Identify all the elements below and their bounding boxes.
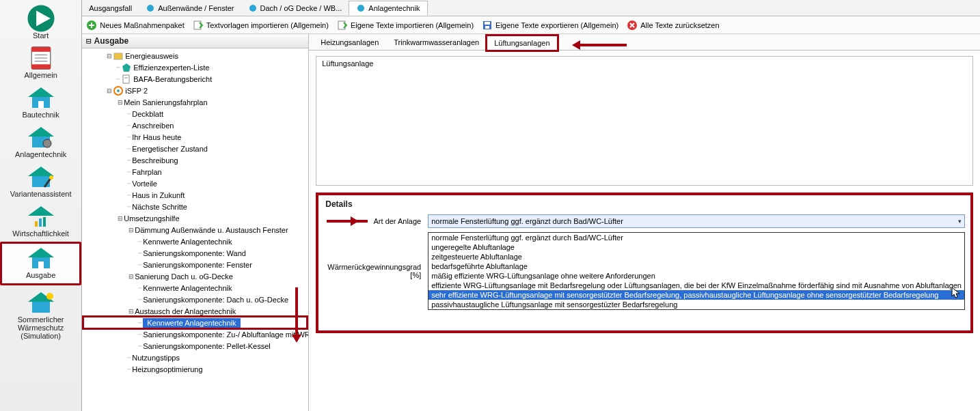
tree-node[interactable]: ┄Anschreiben [82, 119, 308, 131]
subtab-lueftung[interactable]: Lüftungsanlagen [487, 36, 557, 51]
tree-label: Nutzungstipps [132, 354, 180, 362]
btn-new-package[interactable]: Neues Maßnahmenpaket [86, 20, 185, 31]
btn-reset-all[interactable]: Alle Texte zurücksetzen [627, 20, 719, 31]
tab-aussenwaende[interactable]: Außenwände / Fenster [139, 1, 241, 15]
tree-node[interactable]: ┄Vorteile [82, 178, 308, 189]
twister-icon[interactable]: ⊟ [127, 273, 135, 280]
tree-node[interactable]: ┄Ihr Haus heute [82, 131, 308, 143]
svg-rect-10 [38, 101, 44, 108]
tree-body[interactable]: ⊟Energieausweis┄Effizienzexperten-Liste┄… [82, 48, 308, 411]
tree-node[interactable]: ┄Beschreibung [82, 154, 308, 166]
btn-label: Textvorlagen importieren (Allgemein) [206, 21, 329, 29]
combo-value: normale Fensterlüftung ggf. ergänzt durc… [431, 217, 623, 225]
folder-chart-icon [113, 51, 123, 61]
tree-label: Sanierungskomponente: Zu-/ Abluftanlage … [143, 330, 308, 339]
dropdown-option[interactable]: mäßig effiziente WRG-Lüftungsanlage ohne… [428, 271, 964, 281]
tree-node[interactable]: ┄Effizienzexperten-Liste [82, 61, 308, 73]
tab-dach[interactable]: Dach / oG Decke / WB... [241, 1, 349, 15]
btn-import-templates[interactable]: Textvorlagen importieren (Allgemein) [193, 20, 329, 31]
twister-icon[interactable]: ⊟ [116, 99, 124, 106]
nav-variantenassistent[interactable]: Variantenassistent [0, 162, 81, 202]
tree-node[interactable]: ⊟Energieausweis [82, 50, 308, 61]
tree-node[interactable]: ┄Deckblatt [82, 108, 308, 119]
subtab-label: Trinkwarmwasseranlagen [394, 38, 479, 46]
twister-icon[interactable]: ⊟ [127, 308, 135, 315]
btn-export-own[interactable]: Eigene Texte exportieren (Allgemein) [482, 20, 618, 31]
btn-import-own[interactable]: Eigene Texte importieren (Allgemein) [337, 20, 474, 31]
dropdown-option[interactable]: passivhaustaugliche Lüftungsanlage mit s… [428, 300, 964, 309]
house-bars-icon [25, 205, 57, 228]
tree-node[interactable]: ⊟Umsetzungshilfe [82, 212, 308, 224]
tree-connector: ┄ [138, 261, 143, 268]
tree-node[interactable]: ┄Sanierungskomponente: Dach u. oG-Decke [82, 294, 308, 305]
tree-node[interactable]: ┄Sanierungskomponente: Zu-/ Abluftanlage… [82, 328, 308, 340]
twister-icon[interactable]: ⊟ [127, 227, 135, 233]
tree-node[interactable]: ┄Heizungsoptimierung [82, 363, 308, 375]
tree-node[interactable]: ┄Sanierungskomponente: Pellet-Kessel [82, 340, 308, 352]
minus-icon[interactable]: ⊟ [86, 36, 91, 46]
subtab-heizung[interactable]: Heizungsanlagen [313, 35, 386, 50]
nav-start[interactable]: Start [0, 4, 81, 44]
subtab-trinkwarmwasser[interactable]: Trinkwarmwasseranlagen [386, 35, 487, 50]
dropdown-option[interactable]: effiziente WRG-Lüftungsanlage mit Bedarf… [428, 281, 964, 290]
tree-node[interactable]: ⊟Mein Sanierungsfahrplan [82, 96, 308, 108]
left-nav-bar: Start Allgemein Bautechnik Anlagentechni… [0, 0, 82, 411]
house-out-icon [25, 246, 57, 270]
combo-art-der-anlage[interactable]: normale Fensterlüftung ggf. ergänzt durc… [428, 214, 965, 228]
dropdown-option[interactable]: sehr effiziente WRG-Lüftungsanlage mit s… [428, 290, 964, 300]
nav-ausgabe[interactable]: Ausgabe [0, 242, 81, 285]
tree-label: Nächste Schritte [132, 203, 187, 211]
tree-node[interactable]: ⊟Dämmung Außenwände u. Austausch Fenster [82, 224, 308, 236]
tree-label: Anschreiben [132, 122, 174, 130]
detail-panel: Heizungsanlagen Trinkwarmwasseranlagen L… [309, 34, 980, 411]
details-title: Details [325, 199, 965, 209]
tree-label: Sanierungskomponente: Pellet-Kessel [143, 342, 271, 350]
tree-node[interactable]: ┄Energetischer Zustand [82, 143, 308, 154]
tree-node[interactable]: ┄Sanierungskomponente: Wand [82, 247, 308, 259]
group-header: Lüftungsanlage [316, 57, 972, 70]
tree-connector: ┄ [127, 122, 132, 129]
svg-rect-25 [38, 261, 44, 268]
red-arrow-right [327, 220, 357, 223]
dropdown-option[interactable]: bedarfsgeführte Abluftanlage [428, 261, 964, 271]
tree-node[interactable]: ┄Haus in Zukunft [82, 189, 308, 201]
dropdown-option[interactable]: normale Fensterlüftung ggf. ergänzt durc… [428, 233, 964, 242]
dropdown-option[interactable]: ungeregelte Abluftanlage [428, 242, 964, 252]
nav-sommerlicher[interactable]: Sommerlicher Wärmeschutz (Simulation) [0, 288, 81, 344]
twister-icon[interactable]: ⊟ [105, 87, 113, 94]
twister-icon[interactable]: ⊟ [116, 215, 124, 222]
tree-label: Sanierungskomponente: Dach u. oG-Decke [143, 296, 288, 304]
tree-node[interactable]: ┄Kennwerte Anlagentechnik [82, 282, 308, 294]
isfp-icon [113, 86, 123, 96]
tree-label: Heizungsoptimierung [132, 365, 202, 373]
nav-allgemein[interactable]: Allgemein [0, 44, 81, 83]
svg-point-31 [357, 5, 364, 12]
svg-marker-18 [28, 206, 54, 216]
btn-label: Alle Texte zurücksetzen [640, 21, 719, 29]
twister-icon[interactable]: ⊟ [105, 53, 113, 59]
tree-node[interactable]: ┄Nutzungstipps [82, 352, 308, 363]
nav-anlagentechnik[interactable]: Anlagentechnik [0, 123, 81, 162]
tree-node[interactable]: ┄BAFA-Beratungsbericht [82, 73, 308, 85]
tree-node[interactable]: ┄Fahrplan [82, 166, 308, 178]
tree-node[interactable]: ┄Nächste Schritte [82, 201, 308, 212]
nav-bautechnik[interactable]: Bautechnik [0, 83, 81, 123]
tree-node[interactable]: ⊟iSFP 2 [82, 85, 308, 96]
dropdown-option[interactable]: zeitgesteuerte Abluftanlage [428, 252, 964, 261]
tree-node[interactable]: ┄Kennwerte Anlagentechnik [82, 317, 308, 328]
tree-label: Energieausweis [125, 52, 178, 60]
main-area: Ausgangsfall Außenwände / Fenster Dach /… [82, 0, 980, 411]
dropdown-list[interactable]: normale Fensterlüftung ggf. ergänzt durc… [428, 232, 965, 310]
tab-anlagentechnik[interactable]: Anlagentechnik [349, 1, 427, 16]
tree-node[interactable]: ┄Kennwerte Anlagentechnik [82, 236, 308, 247]
nav-label: Variantenassistent [1, 190, 80, 198]
tab-ausgangsfall[interactable]: Ausgangsfall [82, 2, 139, 14]
tree-label: Beschreibung [132, 156, 178, 165]
nav-wirtschaftlichkeit[interactable]: Wirtschaftlichkeit [0, 202, 81, 242]
tree-node[interactable]: ⊟Sanierung Dach u. oG-Decke [82, 270, 308, 282]
tree-connector: ┄ [127, 134, 132, 141]
top-tabs: Ausgangsfall Außenwände / Fenster Dach /… [82, 0, 980, 16]
tree-label: Umsetzungshilfe [124, 214, 179, 223]
tree-node[interactable]: ⊟Austausch der Anlagentechnik [82, 305, 308, 317]
tree-node[interactable]: ┄Sanierungskomponente: Fenster [82, 259, 308, 270]
